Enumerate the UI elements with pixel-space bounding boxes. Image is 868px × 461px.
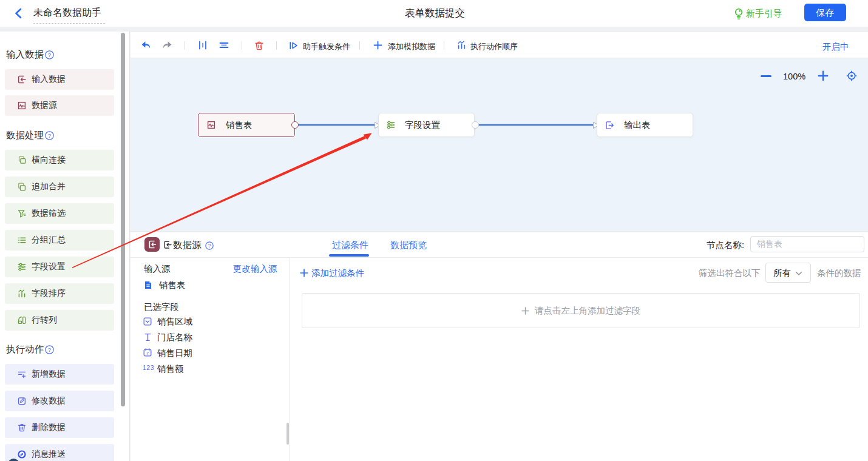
svg-text:?: ? — [48, 52, 51, 58]
svg-text:?: ? — [208, 243, 211, 249]
svg-text:?: ? — [48, 346, 51, 353]
svg-text:?: ? — [48, 132, 51, 139]
svg-text:7: 7 — [146, 351, 149, 356]
